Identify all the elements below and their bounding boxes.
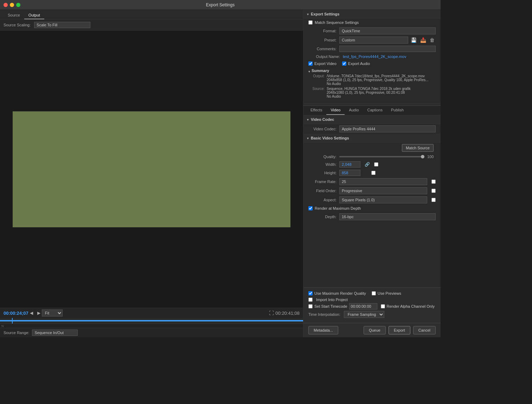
export-video-checkbox[interactable] (308, 61, 313, 66)
basic-video-settings-title: Basic Video Settings (311, 136, 349, 140)
minimize-button[interactable] (10, 3, 14, 7)
aspect-row: Aspect: Square Pixels (1.0) D1/DV NTSC (… (303, 195, 441, 204)
timeline-scrubber[interactable] (0, 318, 303, 324)
timeline-playhead (12, 318, 13, 324)
source-range-select[interactable]: Sequence In/Out Work Area Entire Sequenc… (32, 330, 78, 336)
set-start-timecode-label: Set Start Timecode (314, 304, 347, 308)
field-order-lock-checkbox[interactable] (431, 189, 436, 193)
quality-value: 100 (427, 155, 436, 159)
basic-video-settings-header[interactable]: ▾ Basic Video Settings (303, 134, 441, 143)
basic-video-collapse-icon: ▾ (307, 136, 309, 140)
footer-checkboxes: Use Maximum Render Quality Use Previews (308, 291, 436, 295)
export-video-group: Export Video (308, 61, 336, 66)
summary-title: Summary (312, 69, 329, 73)
field-order-select[interactable]: Progressive Upper First Lower First (339, 187, 427, 194)
height-input[interactable] (339, 170, 360, 176)
render-max-depth-checkbox[interactable] (308, 206, 313, 210)
import-preset-button[interactable]: 📥 (419, 37, 427, 43)
link-dimensions-icon[interactable]: 🔗 (365, 162, 370, 167)
quality-dot (421, 155, 424, 158)
time-interpolation-select[interactable]: Frame Sampling Frame Blending Optical Fl… (344, 311, 384, 318)
timeline-fill (0, 320, 303, 321)
fullscreen-button[interactable]: ⛶ (268, 309, 275, 317)
tab-audio[interactable]: Audio (345, 106, 363, 115)
right-panel-footer: Use Maximum Render Quality Use Previews … (303, 287, 441, 323)
source-scaling-select[interactable]: Scale To Fill Scale To Fit Change Output… (34, 22, 90, 28)
start-timecode-row: Set Start Timecode Render Alpha Channel … (308, 303, 436, 309)
window-controls (4, 3, 20, 7)
prev-frame-button[interactable]: ◀ (28, 310, 34, 316)
set-start-timecode-checkbox[interactable] (308, 304, 313, 308)
tab-video[interactable]: Video (326, 106, 345, 115)
format-select[interactable]: QuickTime H.264 HEVC (339, 27, 436, 34)
aspect-lock-checkbox[interactable] (431, 198, 436, 202)
quality-slider-fill (339, 156, 424, 157)
queue-button[interactable]: Queue (364, 326, 386, 334)
export-settings-header[interactable]: ▾ Export Settings (303, 10, 441, 19)
import-project-row: Import Into Project (308, 298, 436, 302)
start-timecode-input[interactable] (349, 303, 377, 309)
use-max-render-checkbox[interactable] (308, 291, 313, 295)
delete-preset-button[interactable]: 🗑 (429, 37, 436, 43)
quality-row: Quality: 100 (303, 153, 441, 160)
preset-label: Preset: (308, 38, 336, 42)
width-lock-checkbox[interactable] (374, 162, 378, 167)
tab-effects[interactable]: Effects (306, 106, 326, 115)
save-preset-button[interactable]: 💾 (410, 37, 418, 43)
preview-area (0, 31, 303, 308)
render-alpha-checkbox[interactable] (381, 304, 385, 308)
collapse-arrow-icon: ▾ (307, 12, 309, 16)
comments-input[interactable] (339, 46, 436, 52)
video-codec-title: Video Codec (311, 117, 334, 122)
depth-select[interactable]: 16-bpc 8-bpc (339, 213, 436, 220)
timeline-nav-controls: ◀ ▶ (28, 310, 42, 316)
frame-rate-lock-checkbox[interactable] (431, 180, 436, 184)
import-project-checkbox[interactable] (308, 298, 313, 302)
right-panel: ▾ Export Settings Match Sequence Setting… (303, 10, 441, 337)
export-audio-checkbox[interactable] (342, 61, 346, 66)
depth-row: Depth: 16-bpc 8-bpc (303, 212, 441, 221)
match-sequence-checkbox[interactable] (308, 20, 313, 25)
frame-rate-select[interactable]: 25 23.976 24 29.97 30 60 (339, 178, 427, 185)
export-button[interactable]: Export (389, 326, 410, 334)
video-codec-header[interactable]: ▾ Video Codec (303, 115, 441, 124)
use-previews-checkbox[interactable] (372, 291, 376, 295)
frame-rate-row: Frame Rate: 25 23.976 24 29.97 30 60 (303, 177, 441, 186)
render-max-depth-row: Render at Maximum Depth (303, 204, 441, 212)
use-max-render-label: Use Maximum Render Quality (314, 291, 366, 295)
maximize-button[interactable] (16, 3, 20, 7)
width-input[interactable] (339, 161, 360, 168)
summary-source-value: Sequence, HUNGA TONGA 7dec 2018 2k uden … (327, 87, 436, 98)
video-codec-select[interactable]: Apple ProRes 4444 Apple ProRes 422 H.264 (339, 125, 436, 132)
close-button[interactable] (4, 3, 8, 7)
source-range-label: Source Range: (4, 331, 29, 335)
window-title: Export Settings (206, 2, 235, 7)
tab-publish[interactable]: Publish (387, 106, 408, 115)
render-max-depth-label: Render at Maximum Depth (315, 206, 361, 210)
summary-header[interactable]: ▾ Summary (308, 69, 436, 74)
quality-slider[interactable] (339, 156, 424, 157)
output-name-label: Output Name: (308, 54, 340, 59)
match-source-button[interactable]: Match Source (402, 144, 434, 152)
output-name-link[interactable]: test_fps_Prores4444_2K_scope.mov (343, 54, 406, 59)
render-alpha-group: Render Alpha Channel Only (381, 304, 435, 308)
match-source-row: Match Source (303, 143, 441, 153)
fit-select[interactable]: Fit 25% 50% 100% (42, 309, 63, 317)
field-order-row: Field Order: Progressive Upper First Low… (303, 186, 441, 195)
match-sequence-row: Match Sequence Settings (303, 19, 441, 26)
tab-captions[interactable]: Captions (363, 106, 387, 115)
preset-select[interactable]: Custom (339, 37, 408, 44)
time-end: 00:20:41;08 (275, 311, 300, 316)
video-codec-collapse-icon: ▾ (307, 118, 309, 122)
cancel-button[interactable]: Cancel (413, 326, 436, 334)
export-video-label: Export Video (314, 61, 336, 66)
tab-source[interactable]: Source (4, 12, 24, 19)
height-lock-checkbox[interactable] (371, 171, 376, 175)
height-row: Height: 🔒 (303, 169, 441, 177)
format-row: Format: QuickTime H.264 HEVC (303, 26, 441, 35)
tab-output[interactable]: Output (24, 12, 44, 19)
metadata-button[interactable]: Metadata... (308, 326, 338, 334)
action-buttons-bar: Metadata... Queue Export Cancel (303, 323, 441, 337)
next-frame-button[interactable]: ▶ (36, 310, 42, 316)
aspect-select[interactable]: Square Pixels (1.0) D1/DV NTSC (0.9091) … (339, 196, 427, 203)
